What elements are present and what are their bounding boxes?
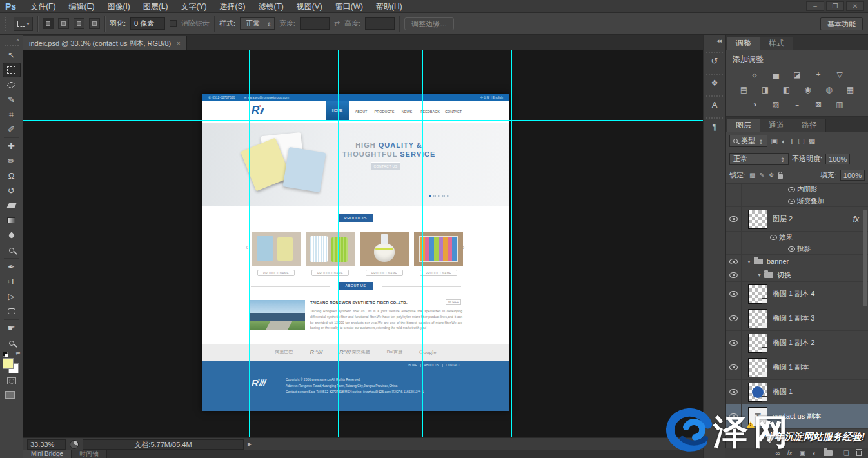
- eyedropper-tool[interactable]: ✐: [3, 122, 21, 137]
- link-layers-icon[interactable]: ∞: [776, 450, 780, 457]
- menu-window[interactable]: 窗口(W): [329, 0, 370, 13]
- filter-smart-objects-icon[interactable]: ▩: [809, 137, 815, 145]
- layer-thumbnail[interactable]: [748, 284, 767, 304]
- blur-tool[interactable]: [3, 228, 21, 243]
- blend-mode-dropdown[interactable]: 正常: [729, 153, 789, 165]
- posterize-icon[interactable]: ▨: [769, 100, 782, 110]
- layer-row[interactable]: 椭圆 1 副本 2: [726, 331, 868, 355]
- restore-button[interactable]: ❐: [826, 1, 844, 11]
- guide-vertical[interactable]: [249, 50, 250, 437]
- visibility-eye-icon[interactable]: [788, 246, 795, 252]
- guide-vertical[interactable]: [508, 50, 508, 437]
- character-panel-icon[interactable]: A: [706, 95, 723, 111]
- close-button[interactable]: ✕: [846, 1, 864, 11]
- canvas-area[interactable]: ✆0512-82707626 ✉sara.wu@rongweigroup.com…: [23, 50, 703, 437]
- layer-group-row[interactable]: ▼ 切换: [726, 268, 868, 282]
- menu-file[interactable]: 文件(F): [24, 0, 62, 13]
- exposure-icon[interactable]: ±: [812, 70, 825, 80]
- toolbar-collapse-icon[interactable]: »: [0, 35, 23, 43]
- lock-pixels-icon[interactable]: ✎: [760, 172, 765, 179]
- visibility-eye-icon[interactable]: [729, 291, 738, 297]
- visibility-eye-icon[interactable]: [729, 259, 738, 264]
- filter-pixel-layers-icon[interactable]: ▣: [771, 137, 778, 145]
- tab-timeline[interactable]: 时间轴: [72, 450, 107, 458]
- width-input[interactable]: [300, 17, 330, 30]
- minimize-button[interactable]: –: [806, 1, 824, 11]
- tab-layers[interactable]: 图层: [727, 119, 760, 132]
- filter-type-dropdown[interactable]: 类型: [729, 135, 767, 147]
- foreground-color-swatch[interactable]: [3, 358, 14, 369]
- gradient-tool[interactable]: [3, 213, 21, 228]
- tab-channels[interactable]: 通道: [760, 119, 793, 132]
- menu-edit[interactable]: 编辑(E): [62, 0, 101, 13]
- text-layer-thumbnail[interactable]: T: [748, 407, 767, 426]
- visibility-eye-icon[interactable]: [729, 272, 738, 278]
- path-selection-tool[interactable]: ▷: [3, 289, 21, 304]
- selection-intersect-button[interactable]: [89, 18, 100, 29]
- layer-row[interactable]: 椭圆 1 副本 4: [726, 282, 868, 306]
- type-tool[interactable]: ↓T: [3, 274, 21, 289]
- visibility-eye-icon[interactable]: [788, 187, 795, 192]
- quick-mask-button[interactable]: [3, 373, 21, 388]
- quick-selection-tool[interactable]: ✎: [3, 92, 21, 107]
- selection-subtract-button[interactable]: [74, 18, 84, 29]
- history-panel-icon[interactable]: ↺: [706, 52, 723, 67]
- guide-vertical[interactable]: [511, 50, 512, 437]
- curves-icon[interactable]: ◪: [791, 70, 804, 80]
- visibility-eye-icon[interactable]: [729, 340, 738, 346]
- visibility-eye-icon[interactable]: [729, 389, 738, 395]
- guide-horizontal[interactable]: [23, 101, 703, 101]
- guide-vertical[interactable]: [686, 50, 686, 437]
- document-tab[interactable]: index.psd @ 33.3% (contact us 副本, RGB/8)…: [23, 36, 187, 50]
- visibility-eye-icon[interactable]: [729, 413, 738, 419]
- layer-row[interactable]: 椭圆 1: [726, 380, 868, 404]
- layer-effect-row[interactable]: 内阴影: [726, 184, 868, 195]
- layer-thumbnail[interactable]: [748, 334, 767, 353]
- channel-mixer-icon[interactable]: ◍: [823, 85, 836, 95]
- visibility-eye-icon[interactable]: [788, 199, 795, 204]
- tab-adjustments[interactable]: 调整: [727, 37, 760, 50]
- menu-filter[interactable]: 滤镜(T): [252, 0, 290, 13]
- vibrance-icon[interactable]: ▽: [833, 70, 846, 80]
- workspace-switcher-button[interactable]: 基本功能: [820, 17, 863, 30]
- levels-icon[interactable]: ▅: [769, 70, 782, 80]
- layer-thumbnail[interactable]: [748, 210, 767, 229]
- photo-filter-icon[interactable]: ◉: [802, 85, 814, 95]
- expander-icon[interactable]: ▼: [757, 273, 762, 277]
- dodge-tool[interactable]: [3, 243, 21, 257]
- document-size-info[interactable]: 文档:5.77M/85.4M: [83, 439, 244, 450]
- tab-mini-bridge[interactable]: Mini Bridge: [23, 450, 72, 458]
- menu-help[interactable]: 帮助(H): [370, 0, 409, 13]
- guide-vertical[interactable]: [338, 50, 339, 437]
- eraser-tool[interactable]: [3, 198, 21, 213]
- clone-stamp-tool[interactable]: Ω: [3, 168, 21, 183]
- selective-color-icon[interactable]: ⊠: [812, 100, 825, 110]
- close-document-icon[interactable]: ×: [177, 40, 180, 46]
- zoom-level-field[interactable]: 33.33%: [27, 439, 66, 450]
- layer-mask-icon[interactable]: ▣: [800, 450, 805, 457]
- selection-new-button[interactable]: [43, 18, 54, 29]
- menu-select[interactable]: 选择(S): [213, 0, 252, 13]
- invert-icon[interactable]: ◑: [748, 100, 761, 110]
- threshold-icon[interactable]: ◒: [791, 100, 804, 110]
- height-input[interactable]: [365, 17, 395, 30]
- presets-panel-icon[interactable]: ❖: [706, 74, 723, 89]
- lock-transparency-icon[interactable]: ▩: [749, 172, 755, 179]
- layer-group-row[interactable]: ▼ banner: [726, 255, 868, 268]
- refine-edge-button[interactable]: 调整边缘…: [404, 17, 454, 30]
- filter-shape-layers-icon[interactable]: ▢: [798, 137, 804, 145]
- layer-row[interactable]: 椭圆 1 副本: [726, 355, 868, 380]
- menu-layer[interactable]: 图层(L): [137, 0, 175, 13]
- hand-tool[interactable]: ☛: [3, 321, 21, 335]
- guide-horizontal[interactable]: [23, 120, 703, 121]
- swap-colors-icon[interactable]: ⇄: [16, 350, 21, 356]
- efficiency-pie-icon[interactable]: [70, 440, 79, 449]
- layer-row[interactable]: 椭圆 1 副本 3: [726, 306, 868, 331]
- effects-header-row[interactable]: 效果: [726, 232, 868, 243]
- new-layer-icon[interactable]: ❏: [843, 450, 849, 457]
- black-white-icon[interactable]: ◧: [780, 85, 793, 95]
- layer-style-icon[interactable]: fx: [787, 450, 793, 457]
- layer-row[interactable]: 图层 2 fx: [726, 207, 868, 232]
- layer-effect-row[interactable]: 投影: [726, 243, 868, 255]
- status-flyout-arrow[interactable]: ▶: [248, 441, 252, 447]
